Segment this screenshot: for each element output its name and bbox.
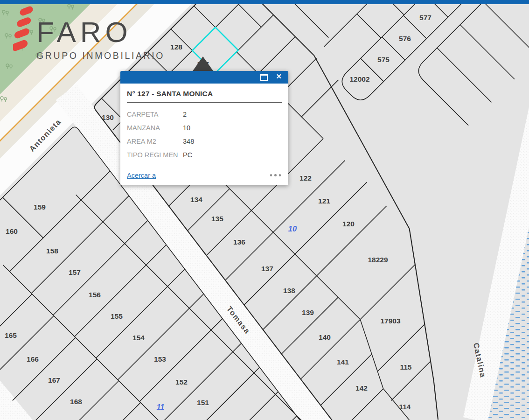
- parcel-label-134: 134: [190, 196, 202, 203]
- parcel-label-142: 142: [355, 384, 368, 392]
- close-icon[interactable]: ✕: [276, 72, 282, 81]
- field-row: MANZANA 10: [127, 121, 282, 135]
- parcel-label-115: 115: [400, 363, 411, 371]
- parcel-label-575: 575: [377, 56, 390, 63]
- parcel-label-159: 159: [34, 203, 46, 211]
- parcel-label-577: 577: [419, 14, 432, 21]
- parcel-label-121: 121: [318, 197, 330, 205]
- parcel-label-122: 122: [299, 174, 312, 182]
- parcel-label-158: 158: [46, 247, 58, 255]
- popup-header[interactable]: ✕: [120, 71, 288, 84]
- field-value: 348: [183, 135, 282, 148]
- more-options-button[interactable]: [270, 174, 281, 176]
- parcel-label-141: 141: [337, 358, 349, 366]
- parcel-label-160: 160: [6, 227, 18, 235]
- maximize-icon[interactable]: [260, 74, 268, 81]
- parcel-label-167: 167: [48, 376, 60, 384]
- field-label: AREA M2: [127, 135, 183, 148]
- parcel-label-128: 128: [170, 43, 182, 51]
- block-number-11: 11: [156, 403, 164, 411]
- parcel-label-140: 140: [319, 333, 331, 341]
- field-label: TIPO REGI MEN: [127, 148, 183, 162]
- parcel-label-165: 165: [5, 331, 17, 339]
- parcel-label-135: 135: [211, 215, 223, 223]
- parcel-label-151: 151: [197, 399, 209, 406]
- attribute-table: CARPETA 2 MANZANA 10 AREA M2 348 TIPO RE…: [127, 108, 282, 162]
- app-window: 1281271305775765751200212212112013413513…: [0, 0, 529, 420]
- map-canvas[interactable]: 1281271305775765751200212212112013413513…: [0, 0, 529, 420]
- parcel-label-168: 168: [70, 398, 82, 406]
- parcel-label-138: 138: [283, 287, 295, 294]
- popup-divider: [127, 102, 282, 103]
- parcel-label-576: 576: [399, 35, 411, 42]
- field-row: AREA M2 348: [127, 135, 282, 148]
- parcel-label-139: 139: [302, 308, 314, 316]
- field-row: TIPO REGI MEN PC: [127, 148, 282, 162]
- feature-popup: ✕ N° 127 - SANTA MONICA CARPETA 2 MANZAN…: [120, 71, 288, 185]
- zoom-to-link[interactable]: Acercar a: [127, 172, 156, 179]
- parcel-label-17903: 17903: [380, 317, 400, 325]
- field-value: 10: [183, 121, 282, 135]
- popup-footer: Acercar a: [127, 171, 282, 181]
- field-label: MANZANA: [127, 121, 183, 135]
- field-row: CARPETA 2: [127, 108, 282, 121]
- parcel-label-120: 120: [342, 220, 355, 228]
- parcel-label-137: 137: [261, 265, 273, 273]
- parcel-label-155: 155: [111, 312, 123, 320]
- parcel-label-156: 156: [89, 291, 101, 299]
- parcel-label-114: 114: [399, 403, 411, 411]
- parcel-label-157: 157: [69, 268, 81, 276]
- parcel-label-12002: 12002: [349, 75, 369, 83]
- parcel-label-152: 152: [175, 378, 188, 386]
- field-value: 2: [183, 108, 282, 121]
- popup-title: N° 127 - SANTA MONICA: [127, 84, 282, 98]
- parcel-label-136: 136: [233, 238, 245, 246]
- parcel-label-153: 153: [154, 355, 166, 363]
- popup-body: N° 127 - SANTA MONICA CARPETA 2 MANZANA …: [120, 84, 288, 185]
- field-value: PC: [183, 148, 282, 162]
- block-number-10: 10: [288, 224, 297, 233]
- parcel-label-18229: 18229: [368, 256, 388, 264]
- parcel-label-154: 154: [132, 334, 145, 342]
- parcel-label-130: 130: [102, 113, 114, 121]
- field-label: CARPETA: [127, 108, 183, 121]
- parcel-label-166: 166: [27, 355, 39, 363]
- top-bar: [0, 0, 529, 4]
